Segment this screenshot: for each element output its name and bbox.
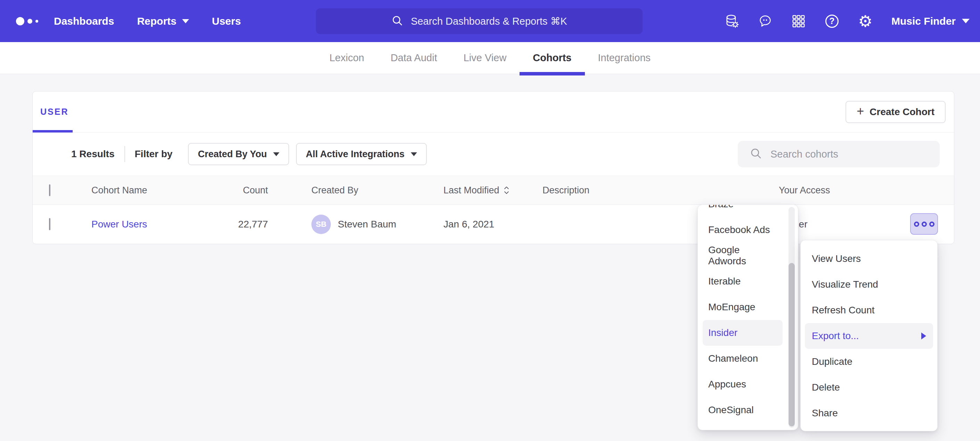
- menu-item-integration[interactable]: MoEngage: [703, 294, 783, 320]
- last-modified-date: Jan 6, 2021: [444, 219, 542, 230]
- circle-icon: [914, 222, 919, 227]
- avatar: SB: [311, 214, 331, 234]
- project-name: Music Finder: [891, 15, 956, 27]
- global-search-input[interactable]: Search Dashboards & Reports ⌘K: [316, 8, 643, 34]
- top-nav-item[interactable]: Dashboards: [54, 15, 114, 27]
- integration-label: Google Adwords: [708, 244, 777, 267]
- menu-item-action[interactable]: Visualize Trend: [805, 272, 933, 297]
- scrollbar-thumb[interactable]: [789, 263, 795, 427]
- menu-item-action[interactable]: View Users: [805, 246, 933, 272]
- export-destinations-list: Braze Facebook Ads Google Adwords Iterab…: [698, 205, 798, 423]
- select-all-checkbox[interactable]: [49, 184, 50, 196]
- action-label: Export to...: [812, 331, 859, 342]
- top-nav-item[interactable]: Users: [212, 15, 241, 27]
- filter-dropdown-button[interactable]: All Active Integrations: [296, 143, 427, 165]
- menu-item-integration[interactable]: Appcues: [703, 371, 783, 397]
- top-nav-right-cluster: Music Finder: [725, 0, 970, 42]
- subnav-tab[interactable]: Data Audit: [377, 42, 450, 74]
- menu-item-integration[interactable]: Facebook Ads: [703, 217, 783, 243]
- search-icon: [391, 15, 404, 27]
- integration-label: Insider: [708, 327, 737, 339]
- subnav-tab[interactable]: Live View: [450, 42, 520, 74]
- column-header-last-modified[interactable]: Last Modified: [444, 185, 542, 196]
- subnav-tab-label: Data Audit: [391, 52, 437, 64]
- export-destinations-menu: Braze Facebook Ads Google Adwords Iterab…: [697, 205, 798, 430]
- menu-item-integration[interactable]: Insider: [703, 320, 783, 346]
- feedback-icon[interactable]: [758, 14, 773, 29]
- menu-item-action[interactable]: Export to...: [805, 323, 933, 349]
- column-header-count[interactable]: Count: [215, 185, 268, 196]
- menu-item-integration[interactable]: Braze: [703, 205, 783, 217]
- tab-user-cohorts[interactable]: USER: [40, 107, 68, 117]
- action-label: Visualize Trend: [812, 279, 878, 290]
- cohort-table-row: Power Users 22,777 SB Steven Baum Jan 6,…: [33, 205, 954, 244]
- project-switcher[interactable]: Music Finder: [891, 15, 970, 27]
- cohort-actions-menu: View Users Visualize Trend Refresh Count…: [800, 240, 938, 431]
- menu-item-integration[interactable]: OneSignal: [703, 397, 783, 423]
- create-cohort-button[interactable]: + Create Cohort: [845, 101, 946, 123]
- integration-label: Chameleon: [708, 353, 758, 364]
- apps-grid-icon[interactable]: [791, 14, 806, 29]
- top-nav-item[interactable]: Reports: [137, 15, 189, 27]
- integration-label: OneSignal: [708, 404, 754, 415]
- cohort-type-tabs-row: USER + Create Cohort: [33, 91, 954, 133]
- search-cohorts-input[interactable]: Search cohorts: [738, 141, 940, 167]
- help-icon[interactable]: [825, 14, 839, 29]
- global-search-placeholder: Search Dashboards & Reports ⌘K: [411, 15, 567, 27]
- menu-item-integration[interactable]: Chameleon: [703, 346, 783, 371]
- create-cohort-label: Create Cohort: [870, 106, 934, 118]
- menu-item-integration[interactable]: Iterable: [703, 268, 783, 294]
- cohort-count: 22,777: [215, 219, 268, 230]
- integration-label: MoEngage: [708, 302, 755, 313]
- search-cohorts-placeholder: Search cohorts: [770, 149, 838, 160]
- action-label: Share: [812, 407, 838, 419]
- submenu-arrow-icon: [921, 332, 926, 339]
- data-settings-icon[interactable]: [725, 14, 739, 29]
- cohorts-page: { "colors": { "accent": "#4f44e0", "topb…: [0, 0, 980, 441]
- menu-item-action[interactable]: Refresh Count: [805, 297, 933, 323]
- top-nav-item-label: Dashboards: [54, 15, 114, 27]
- action-label: Duplicate: [812, 356, 853, 367]
- column-header-cohort-name[interactable]: Cohort Name: [91, 185, 215, 196]
- menu-item-action[interactable]: Share: [805, 400, 933, 426]
- last-modified-label: Last Modified: [444, 185, 500, 195]
- menu-item-action[interactable]: Duplicate: [805, 349, 933, 375]
- row-more-actions-button[interactable]: [910, 213, 938, 235]
- integration-label: Appcues: [708, 379, 746, 390]
- logo-dot-small: [35, 20, 38, 22]
- cohorts-table-header: Cohort Name Count Created By Last Modifi…: [33, 176, 954, 205]
- chevron-down-icon: [411, 152, 417, 156]
- subnav-tab-label: Cohorts: [533, 52, 571, 64]
- subnav-tab[interactable]: Cohorts: [520, 42, 584, 74]
- menu-item-integration[interactable]: Google Adwords: [703, 243, 783, 268]
- created-by-name: Steven Baum: [338, 219, 396, 230]
- filter-dropdown-label: All Active Integrations: [306, 149, 404, 160]
- chevron-down-icon: [962, 19, 970, 23]
- circle-icon: [922, 222, 927, 227]
- row-checkbox[interactable]: [49, 218, 50, 230]
- plus-icon: +: [857, 105, 864, 118]
- mixpanel-logo-icon[interactable]: [16, 0, 38, 42]
- logo-dot-medium: [27, 19, 32, 24]
- cohort-name-link[interactable]: Power Users: [91, 219, 147, 230]
- results-count: 1 Results: [71, 149, 115, 160]
- logo-dot-large: [16, 17, 24, 26]
- menu-item-action[interactable]: Delete: [805, 375, 933, 400]
- subnav-tab[interactable]: Lexicon: [316, 42, 377, 74]
- subnav-tab[interactable]: Integrations: [585, 42, 664, 74]
- subnav-tab-label: Lexicon: [329, 52, 364, 64]
- filter-dropdowns: Created By You All Active Integrations: [172, 143, 427, 165]
- sort-icon[interactable]: [504, 186, 509, 195]
- divider: [124, 146, 125, 162]
- action-label: Delete: [812, 382, 840, 393]
- column-header-created-by[interactable]: Created By: [268, 185, 444, 196]
- filter-dropdown-button[interactable]: Created By You: [188, 143, 289, 165]
- active-tab-underline: [33, 130, 73, 133]
- cohorts-table-body: Power Users 22,777 SB Steven Baum Jan 6,…: [33, 205, 954, 244]
- column-header-your-access[interactable]: Your Access: [779, 185, 954, 196]
- chevron-down-icon: [182, 19, 189, 23]
- settings-gear-icon[interactable]: [858, 14, 873, 29]
- column-header-description[interactable]: Description: [542, 185, 779, 196]
- search-icon: [749, 147, 763, 161]
- question-mark-icon: [826, 14, 838, 28]
